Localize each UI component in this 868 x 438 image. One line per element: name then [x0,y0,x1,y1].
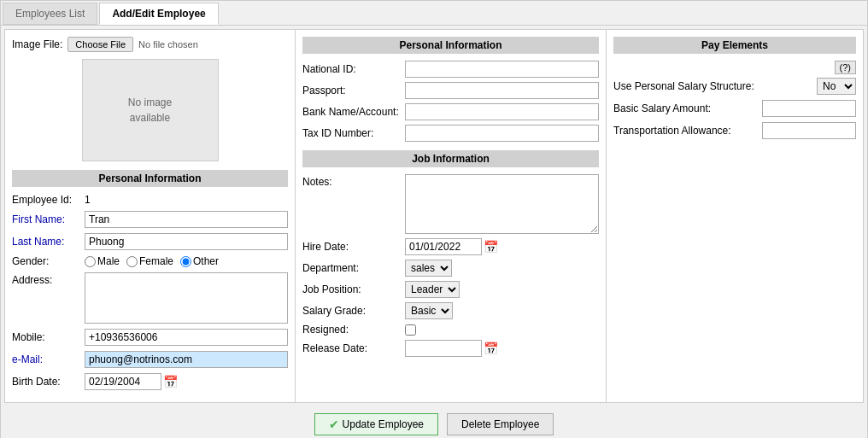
tabs-bar: Employees List Add/Edit Employee [1,1,867,26]
last-name-label: Last Name: [12,236,85,248]
hire-date-label: Hire Date: [302,241,405,253]
resigned-row: Resigned: [302,324,599,336]
gender-other-radio[interactable] [180,256,191,267]
tax-id-label: Tax ID Number: [302,127,405,139]
use-personal-salary-select[interactable]: No Yes [817,78,856,95]
image-file-row: Image File: Choose File No file chosen [12,37,288,52]
resigned-checkbox[interactable] [405,324,416,336]
department-row: Department: sales [302,260,599,277]
job-position-row: Job Position: Leader [302,281,599,298]
gender-options: Male Female Other [85,255,219,267]
job-info-section: Job Information Notes: Hire Date: 📅 [302,150,599,357]
use-personal-salary-label: Use Personal Salary Structure: [613,80,817,92]
last-name-input[interactable] [85,233,288,250]
birth-date-row: Birth Date: 📅 [12,373,288,390]
email-row: e-Mail: [12,351,288,368]
main-container: Employees List Add/Edit Employee Image F… [0,0,868,438]
job-info-header: Job Information [302,150,599,167]
birth-date-calendar-icon[interactable]: 📅 [163,375,178,388]
national-id-label: National ID: [302,63,405,75]
hire-date-input[interactable] [405,238,482,255]
gender-row: Gender: Male Female Other [12,255,288,267]
first-name-label: First Name: [12,213,85,225]
salary-grade-select[interactable]: Basic [405,302,453,319]
delete-employee-button[interactable]: Delete Employee [447,413,554,435]
resigned-label: Resigned: [302,324,405,336]
national-id-input[interactable] [405,61,599,78]
email-input[interactable] [85,351,288,368]
personal-info-section: Personal Information National ID: Passpo… [302,37,599,142]
gender-female-option[interactable]: Female [126,255,173,267]
salary-grade-row: Salary Grade: Basic [302,302,599,319]
address-label: Address: [12,272,85,286]
help-button[interactable]: (?) [835,61,856,74]
mobile-row: Mobile: [12,329,288,346]
hire-date-calendar-icon[interactable]: 📅 [484,240,498,254]
left-panel: Image File: Choose File No file chosen N… [5,30,296,402]
choose-file-button[interactable]: Choose File [67,37,133,52]
content-area: Image File: Choose File No file chosen N… [4,29,864,403]
release-date-label: Release Date: [302,342,405,354]
birth-date-input[interactable] [85,373,161,390]
bank-name-input[interactable] [405,103,599,120]
address-textarea[interactable] [85,272,288,324]
footer: ✔ Update Employee Delete Employee [1,406,867,438]
notes-textarea[interactable] [405,174,599,234]
hire-date-wrapper: 📅 [405,238,498,255]
update-employee-button[interactable]: ✔ Update Employee [314,413,438,435]
basic-salary-input[interactable] [762,100,856,117]
image-file-label: Image File: [12,38,62,50]
employee-id-row: Employee Id: 1 [12,194,288,206]
employee-id-value: 1 [85,194,91,206]
basic-salary-label: Basic Salary Amount: [613,102,762,114]
tab-add-edit-employee[interactable]: Add/Edit Employee [99,3,218,25]
update-employee-label: Update Employee [343,418,424,430]
passport-row: Passport: [302,82,599,99]
gender-female-radio[interactable] [126,256,138,267]
no-file-text: No file chosen [138,39,198,50]
tax-id-row: Tax ID Number: [302,125,599,142]
transportation-row: Transportation Allowance: [613,122,856,139]
transportation-label: Transportation Allowance: [613,125,762,137]
passport-input[interactable] [405,82,599,99]
personal-info-header-mid: Personal Information [302,37,599,54]
birth-date-label: Birth Date: [12,376,85,388]
release-date-input[interactable] [405,340,482,357]
gender-label: Gender: [12,255,85,267]
hire-date-row: Hire Date: 📅 [302,238,599,255]
first-name-input[interactable] [85,211,288,228]
use-personal-salary-row: Use Personal Salary Structure: No Yes [613,78,856,95]
middle-panel: Personal Information National ID: Passpo… [296,30,607,402]
last-name-row: Last Name: [12,233,288,250]
update-check-icon: ✔ [329,418,339,431]
personal-info-header-left: Personal Information [12,170,288,187]
notes-row: Notes: [302,174,599,234]
bank-name-row: Bank Name/Account: [302,103,599,120]
tab-employees-list[interactable]: Employees List [3,3,97,25]
employee-id-label: Employee Id: [12,194,85,206]
right-panel: Pay Elements (?) Use Personal Salary Str… [607,30,863,402]
salary-grade-label: Salary Grade: [302,305,405,317]
notes-label: Notes: [302,174,405,188]
department-select[interactable]: sales [405,260,452,277]
first-name-row: First Name: [12,211,288,228]
release-date-row: Release Date: 📅 [302,340,599,357]
gender-male-option[interactable]: Male [85,255,120,267]
image-placeholder-text: No image available [128,95,172,126]
job-position-label: Job Position: [302,283,405,295]
gender-other-option[interactable]: Other [180,255,219,267]
birth-date-wrapper: 📅 [85,373,178,390]
national-id-row: National ID: [302,61,599,78]
gender-male-radio[interactable] [85,256,96,267]
release-date-calendar-icon[interactable]: 📅 [484,342,498,355]
passport-label: Passport: [302,85,405,96]
job-position-select[interactable]: Leader [405,281,460,298]
mobile-input[interactable] [85,329,288,346]
release-date-wrapper: 📅 [405,340,498,357]
tax-id-input[interactable] [405,125,599,142]
email-label: e-Mail: [12,353,85,365]
mobile-label: Mobile: [12,331,85,343]
basic-salary-row: Basic Salary Amount: [613,100,856,117]
help-row: (?) [613,61,856,74]
transportation-input[interactable] [762,122,856,139]
